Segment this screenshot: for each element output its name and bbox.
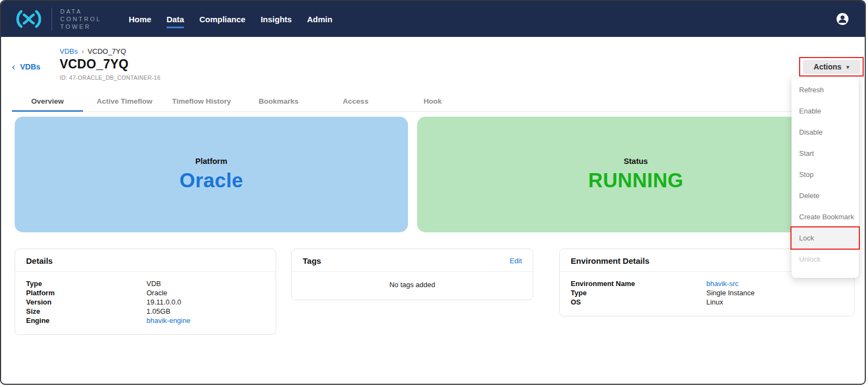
chevron-down-icon: ▾ <box>846 64 849 70</box>
actions-button[interactable]: Actions ▾ <box>803 60 860 74</box>
status-label: Status <box>624 157 648 166</box>
menu-item-refresh[interactable]: Refresh <box>792 79 859 100</box>
menu-item-enable[interactable]: Enable <box>792 100 859 122</box>
details-card: Details Type VDB Platform Oracle Version… <box>15 249 276 335</box>
breadcrumb: VDBs › VCDO_7YQ <box>60 47 161 55</box>
menu-item-lock[interactable]: Lock <box>792 227 859 249</box>
menu-item-unlock[interactable]: Unlock <box>792 249 859 270</box>
environment-row-name: Environment Name bhavik-src <box>571 279 843 288</box>
menu-item-delete[interactable]: Delete <box>792 185 859 206</box>
tab-access[interactable]: Access <box>320 94 391 111</box>
brand-logo[interactable]: DATA CONTROL TOWER <box>14 8 101 30</box>
details-row-platform: Platform Oracle <box>26 288 265 297</box>
platform-label: Platform <box>195 157 227 166</box>
top-navbar: DATA CONTROL TOWER Home Data Compliance … <box>1 1 865 37</box>
nav-item-admin[interactable]: Admin <box>307 10 333 28</box>
tags-empty-text: No tags added <box>292 272 533 300</box>
actions-button-label: Actions <box>814 62 841 71</box>
engine-link[interactable]: bhavik-engine <box>146 316 190 325</box>
environment-row-os: OS Linux <box>571 297 843 307</box>
breadcrumb-current: VCDO_7YQ <box>88 47 126 55</box>
tags-card: Tags Edit No tags added <box>291 249 533 300</box>
annotation-box-actions: Actions ▾ <box>799 57 864 77</box>
page-header: ‹ VDBs VDBs › VCDO_7YQ VCDO_7YQ ID: 47-O… <box>1 37 865 94</box>
status-card: Status RUNNING <box>417 117 854 232</box>
tab-hook[interactable]: Hook <box>397 94 468 111</box>
tab-timeflow-history[interactable]: Timeflow History <box>166 94 237 111</box>
nav-item-data[interactable]: Data <box>167 10 184 28</box>
brand-line: DATA <box>60 8 101 15</box>
nav-item-home[interactable]: Home <box>129 10 151 28</box>
menu-item-create-bookmark[interactable]: Create Bookmark <box>792 206 859 227</box>
nav-item-insights[interactable]: Insights <box>260 10 292 28</box>
brand-divider <box>52 8 52 30</box>
platform-card: Platform Oracle <box>15 117 408 232</box>
primary-nav: Home Data Compliance Insights Admin <box>129 10 332 28</box>
breadcrumb-vdbs-link[interactable]: VDBs <box>60 47 78 55</box>
environment-row-type: Type Single Instance <box>571 288 843 297</box>
details-card-title: Details <box>26 256 53 265</box>
environment-card-title: Environment Details <box>571 256 649 265</box>
menu-item-stop[interactable]: Stop <box>792 164 859 185</box>
chevron-right-icon: › <box>81 47 84 55</box>
platform-value: Oracle <box>180 169 244 192</box>
tags-card-title: Tags <box>303 256 321 265</box>
status-value: RUNNING <box>588 169 683 192</box>
tags-edit-link[interactable]: Edit <box>510 257 522 265</box>
entity-id: ID: 47-ORACLE_DB_CONTAINER-16 <box>60 74 161 81</box>
details-row-version: Version 19.11.0.0.0 <box>26 297 265 307</box>
environment-name-link[interactable]: bhavik-src <box>706 279 738 288</box>
tab-overview[interactable]: Overview <box>12 94 83 112</box>
details-row-engine: Engine bhavik-engine <box>26 316 265 325</box>
account-icon[interactable] <box>835 12 850 26</box>
page-title: VCDO_7YQ <box>60 57 161 72</box>
tab-bar: Overview Active Timeflow Timeflow Histor… <box>12 94 854 112</box>
back-to-vdbs-link[interactable]: ‹ VDBs <box>12 62 40 71</box>
tab-active-timeflow[interactable]: Active Timeflow <box>89 94 160 111</box>
menu-item-start[interactable]: Start <box>792 143 859 164</box>
actions-menu: Refresh Enable Disable Start Stop Delete… <box>792 77 859 278</box>
tab-bookmarks[interactable]: Bookmarks <box>243 94 314 111</box>
details-row-type: Type VDB <box>26 279 265 288</box>
chevron-left-icon: ‹ <box>12 63 15 71</box>
details-row-size: Size 1.05GB <box>26 307 265 316</box>
app-window: DATA CONTROL TOWER Home Data Compliance … <box>0 0 866 385</box>
brand-wordmark: DATA CONTROL TOWER <box>60 8 101 30</box>
back-link-label: VDBs <box>20 62 40 71</box>
brand-line: CONTROL <box>60 15 101 23</box>
menu-item-disable[interactable]: Disable <box>792 122 859 143</box>
brand-line: TOWER <box>60 23 101 30</box>
delphix-logo-icon <box>14 8 43 30</box>
nav-item-compliance[interactable]: Compliance <box>199 10 245 28</box>
